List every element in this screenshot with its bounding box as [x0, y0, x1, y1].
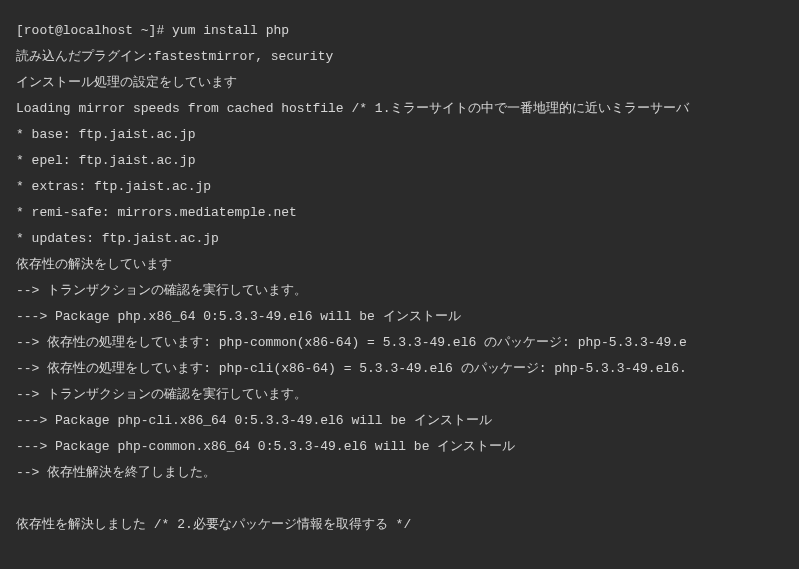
- terminal-line: --> 依存性の処理をしています: php-common(x86-64) = 5…: [16, 330, 783, 356]
- terminal-line: --> トランザクションの確認を実行しています。: [16, 382, 783, 408]
- terminal-line: ---> Package php-cli.x86_64 0:5.3.3-49.e…: [16, 408, 783, 434]
- terminal-line: * extras: ftp.jaist.ac.jp: [16, 174, 783, 200]
- terminal-line: --> 依存性解決を終了しました。: [16, 460, 783, 486]
- terminal-line: * updates: ftp.jaist.ac.jp: [16, 226, 783, 252]
- terminal-line: --> 依存性の処理をしています: php-cli(x86-64) = 5.3.…: [16, 356, 783, 382]
- terminal-line: * base: ftp.jaist.ac.jp: [16, 122, 783, 148]
- terminal-line: ---> Package php-common.x86_64 0:5.3.3-4…: [16, 434, 783, 460]
- terminal-line: Loading mirror speeds from cached hostfi…: [16, 96, 783, 122]
- terminal-line: * remi-safe: mirrors.mediatemple.net: [16, 200, 783, 226]
- terminal-line: --> トランザクションの確認を実行しています。: [16, 278, 783, 304]
- terminal-line: [root@localhost ~]# yum install php: [16, 18, 783, 44]
- terminal-line: 読み込んだプラグイン:fastestmirror, security: [16, 44, 783, 70]
- terminal-blank-line: [16, 486, 783, 512]
- terminal-line: インストール処理の設定をしています: [16, 70, 783, 96]
- terminal-line: 依存性を解決しました /* 2.必要なパッケージ情報を取得する */: [16, 512, 783, 538]
- terminal-line: ---> Package php.x86_64 0:5.3.3-49.el6 w…: [16, 304, 783, 330]
- terminal-line: * epel: ftp.jaist.ac.jp: [16, 148, 783, 174]
- terminal-output: [root@localhost ~]# yum install php 読み込ん…: [16, 18, 783, 538]
- terminal-line: 依存性の解決をしています: [16, 252, 783, 278]
